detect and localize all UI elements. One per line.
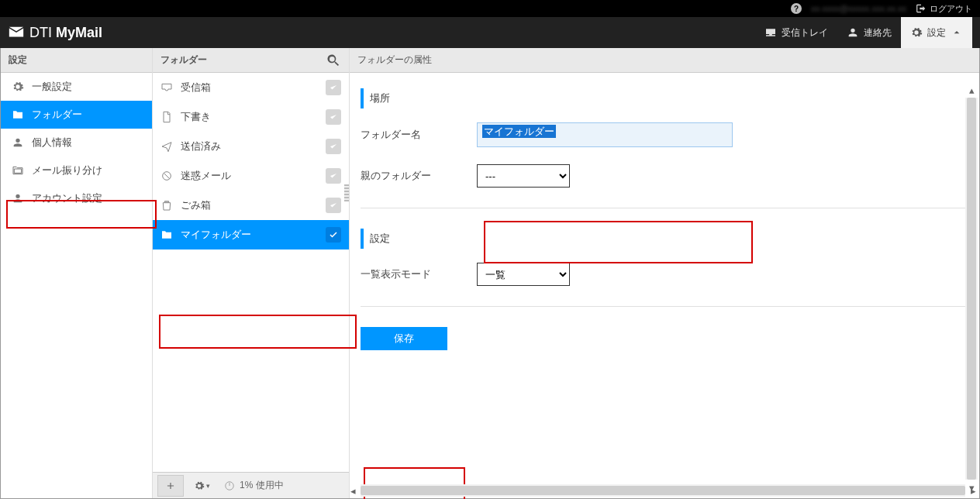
settings-column: 設定 一般設定 フォルダー 個人情報 メール振り分け アカウント設定 [1, 48, 153, 498]
draft-icon [160, 111, 173, 123]
parent-folder-label: 親のフォルダー [361, 169, 477, 183]
parent-folder-select[interactable]: --- [477, 164, 570, 188]
gear-icon [194, 480, 205, 491]
scroll-left-icon[interactable]: ◂ [347, 484, 359, 497]
folder-check[interactable] [326, 168, 341, 184]
settings-item-general[interactable]: 一般設定 [1, 73, 152, 101]
folder-label: マイフォルダー [181, 228, 318, 242]
help-icon[interactable]: ? [791, 3, 802, 14]
properties-header-label: フォルダーの属性 [357, 53, 432, 67]
main-nav: 受信トレイ 連絡先 設定 [755, 17, 972, 48]
nav-contacts-label: 連絡先 [864, 26, 892, 40]
location-section-title: 場所 [361, 88, 965, 108]
properties-column: フォルダーの属性 場所 フォルダー名 マイフォルダー 親のフォルダー --- [350, 48, 979, 498]
envelope-icon [8, 24, 25, 41]
settings-header: 設定 [1, 48, 152, 73]
viewmode-label: 一覧表示モード [361, 267, 477, 281]
nav-contacts[interactable]: 連絡先 [837, 17, 901, 48]
brand-bold: MyMail [56, 25, 102, 40]
properties-header: フォルダーの属性 [350, 48, 979, 73]
save-button[interactable]: 保存 [361, 327, 447, 350]
horizontal-scrollbar[interactable]: ◂ ▸ [361, 484, 965, 497]
folders-header: フォルダー [153, 48, 349, 73]
folder-check[interactable] [326, 227, 341, 243]
sent-icon [160, 140, 173, 153]
logout-label: ログアウト [930, 3, 972, 15]
resize-grip[interactable] [344, 184, 349, 201]
settings-section-title: 設定 [361, 229, 965, 249]
scroll-thumb[interactable] [967, 98, 976, 480]
logout-icon [916, 3, 927, 14]
folder-icon [12, 108, 24, 121]
vertical-scrollbar[interactable]: ▴ ▾ [965, 98, 978, 480]
settings-item-account[interactable]: アカウント設定 [1, 184, 152, 212]
add-folder-button[interactable] [157, 475, 184, 497]
folder-check[interactable] [326, 139, 341, 154]
scroll-right-icon[interactable]: ▸ [967, 484, 979, 497]
folder-label: 送信済み [181, 139, 318, 153]
section-divider [361, 306, 965, 307]
settings-item-filters[interactable]: メール振り分け [1, 157, 152, 184]
settings-item-label: 一般設定 [32, 80, 72, 94]
folder-check[interactable] [326, 80, 341, 95]
folder-row-sent[interactable]: 送信済み [153, 132, 349, 161]
settings-item-folders[interactable]: フォルダー [1, 101, 152, 129]
folder-name-label: フォルダー名 [361, 128, 477, 142]
folder-label: 迷惑メール [181, 169, 318, 183]
folder-label: 下書き [181, 110, 318, 124]
person-icon [847, 26, 859, 39]
folders-toolbar: ▾ 1% 使用中 [153, 472, 349, 498]
search-icon[interactable] [326, 53, 341, 68]
settings-item-label: メール振り分け [32, 163, 102, 177]
folder-row-drafts[interactable]: 下書き [153, 102, 349, 132]
account-label: xx-xxxx@xxxxx.xxx.xx.xx [811, 4, 906, 13]
settings-item-label: アカウント設定 [32, 191, 102, 205]
gauge-icon [224, 480, 235, 491]
nav-inbox-label: 受信トレイ [782, 26, 828, 40]
inbox-icon [160, 81, 173, 94]
folder-check[interactable] [326, 198, 341, 213]
settings-item-identity[interactable]: 個人情報 [1, 129, 152, 157]
folder-icon [160, 229, 173, 241]
trash-icon [160, 199, 173, 212]
folder-row-trash[interactable]: ごみ箱 [153, 191, 349, 220]
account-icon [12, 192, 24, 205]
nav-settings[interactable]: 設定 [901, 17, 972, 48]
folder-outline-icon [12, 164, 24, 177]
chevron-down-icon: ▾ [206, 482, 210, 490]
section-divider [361, 208, 965, 208]
spam-icon [160, 170, 173, 182]
folders-column: フォルダー 受信箱 下書き 送信済み 迷惑メール ごみ箱 [153, 48, 350, 498]
brand-thin: DTI [29, 25, 56, 40]
gear-icon [910, 26, 923, 39]
scroll-up-icon[interactable]: ▴ [965, 84, 978, 96]
folder-check[interactable] [326, 109, 341, 125]
settings-item-label: フォルダー [32, 108, 82, 122]
folder-label: 受信箱 [181, 81, 318, 95]
brand: DTI MyMail [8, 24, 102, 41]
workspace: 設定 一般設定 フォルダー 個人情報 メール振り分け アカウント設定 フォルダー [0, 48, 980, 499]
nav-inbox[interactable]: 受信トレイ [755, 17, 837, 48]
folder-row-inbox[interactable]: 受信箱 [153, 73, 349, 102]
folders-header-label: フォルダー [160, 53, 207, 67]
scroll-thumb[interactable] [361, 486, 965, 495]
folder-label: ごみ箱 [181, 198, 318, 212]
viewmode-select[interactable]: 一覧 [477, 263, 570, 286]
folder-name-value: マイフォルダー [482, 125, 556, 138]
folder-row-spam[interactable]: 迷惑メール [153, 161, 349, 191]
chevron-up-icon [951, 26, 963, 39]
usage-indicator: 1% 使用中 [224, 479, 284, 492]
settings-item-label: 個人情報 [32, 136, 72, 150]
person-icon [12, 136, 24, 149]
logout-link[interactable]: ログアウト [916, 3, 972, 15]
tray-icon [764, 26, 777, 39]
settings-header-label: 設定 [9, 53, 27, 67]
plus-icon [165, 480, 176, 491]
utility-bar: ? xx-xxxx@xxxxx.xxx.xx.xx ログアウト [0, 0, 980, 17]
folder-name-input[interactable]: マイフォルダー [477, 122, 733, 147]
folder-row-myfolder[interactable]: マイフォルダー [153, 220, 349, 250]
folder-actions-button[interactable]: ▾ [188, 475, 215, 497]
nav-settings-label: 設定 [927, 26, 946, 40]
usage-label: 1% 使用中 [240, 479, 284, 492]
gear-icon [12, 81, 24, 93]
